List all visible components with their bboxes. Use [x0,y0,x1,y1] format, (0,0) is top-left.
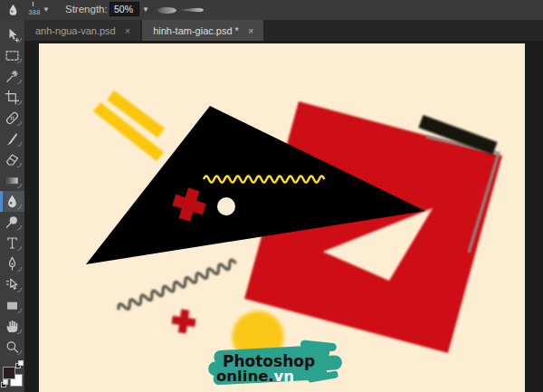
cream-dot [217,197,235,215]
strength-label: Strength: [65,4,108,14]
brush-icon [5,131,20,147]
tool-crop[interactable] [0,87,24,108]
tab-anh-ngua-van[interactable]: anh-ngua-van.psd × [24,20,140,41]
tool-move[interactable] [0,24,24,45]
crop-icon [5,90,20,105]
tool-dodge[interactable] [0,212,24,233]
tool-blur[interactable] [0,191,24,212]
dodge-icon [5,215,20,230]
tool-eraser[interactable] [0,149,24,170]
document-canvas[interactable]: Photoshop online.vn [39,43,525,392]
tool-marquee-select[interactable] [0,45,24,66]
dark-squiggle [117,259,236,312]
healing-brush-icon [5,110,20,126]
tool-rectangle-shape[interactable] [0,295,24,316]
tool-healing-brush[interactable] [0,108,24,129]
brush-size-dropdown-icon[interactable]: ▼ [43,5,50,14]
tool-options-bar: 388 ▼ Strength: ▼ [0,0,543,20]
hand-icon [5,319,20,334]
brush-tip-preview [33,2,33,6]
type-icon [5,235,20,251]
brush-size-value: 388 [24,8,44,16]
photo-editor-window: 388 ▼ Strength: ▼ anh-ngua-van.psd × hin… [0,0,543,392]
soft-round-stroke-icon[interactable] [157,7,176,14]
tool-pen[interactable] [0,253,24,274]
default-colors-icon[interactable] [1,379,8,387]
path-select-icon [5,277,20,292]
blur-droplet-icon [6,3,20,17]
close-icon[interactable]: × [247,25,254,36]
tool-brush[interactable] [0,129,24,149]
red-cross-small [170,308,196,334]
foreground-color-swatch[interactable] [3,367,15,379]
tools-sidebar [0,20,24,392]
artwork: Photoshop online.vn [39,43,525,392]
marquee-icon [5,48,20,63]
tab-label: anh-ngua-van.psd [35,25,116,36]
strength-dropdown-icon[interactable]: ▼ [142,5,149,14]
tool-magic-wand[interactable] [0,66,24,87]
move-icon [5,27,20,43]
tool-hand[interactable] [0,316,24,337]
tool-zoom[interactable] [0,337,24,358]
eraser-icon [5,152,20,167]
strength-input[interactable] [110,2,139,16]
close-icon[interactable]: × [124,25,131,36]
blur-droplet-icon [5,194,20,209]
color-swatches [0,360,24,387]
yellow-diagonal-bars [97,95,161,157]
tapered-stroke-icon[interactable] [180,7,204,13]
watermark-line2: online.vn [216,368,294,385]
tool-gradient[interactable] [0,170,24,191]
tab-hinh-tam-giac[interactable]: hinh-tam-giac.psd * × [142,20,263,41]
gradient-icon [5,173,20,188]
tab-label: hinh-tam-giac.psd * [153,25,239,36]
magic-wand-icon [5,69,20,84]
zoom-icon [5,339,20,355]
workspace-background: Photoshop online.vn [24,41,543,392]
rectangle-shape-icon [5,298,20,313]
tool-type[interactable] [0,233,24,253]
tool-path-select[interactable] [0,274,24,295]
pen-icon [5,256,20,272]
document-tabbar: anh-ngua-van.psd × hinh-tam-giac.psd * × [24,20,543,41]
swap-colors-icon[interactable] [15,360,24,368]
